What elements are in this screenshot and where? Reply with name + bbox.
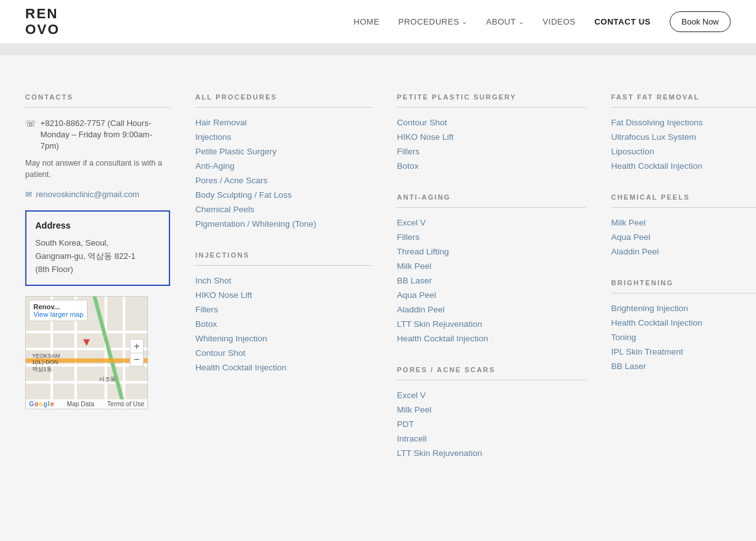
map-popup: Renov... View larger map (29, 300, 88, 321)
chemical-peels-title: CHEMICAL PEELS (611, 193, 756, 201)
pp-link-contour[interactable]: Contour Shot (397, 118, 586, 127)
br-link-toning[interactable]: Toning (611, 333, 756, 342)
inj-link-health-cocktail[interactable]: Health Cocktail Injection (195, 363, 372, 372)
aa-link-aqua-peel[interactable]: Aqua Peel (397, 290, 586, 300)
br-link-brightening-inj[interactable]: Brightening Injection (611, 304, 756, 313)
aa-link-thread[interactable]: Thread Lifting (397, 247, 586, 256)
inj-link-inch-shot[interactable]: Inch Shot (195, 276, 372, 285)
logo[interactable]: REN OVO (25, 6, 60, 37)
pa-link-excel-v[interactable]: Excel V (397, 390, 586, 400)
map-pin: ▼ (81, 335, 93, 348)
nav-videos[interactable]: VIDEOS (542, 17, 575, 26)
main-nav: HOME PROCEDURES ⌄ ABOUT ⌄ VIDEOS CONTACT… (353, 11, 731, 32)
address-box: Address South Korea, Seoul,Gangnam-gu, 역… (25, 210, 170, 286)
proc-link-chemical-peels[interactable]: Chemical Peels (195, 205, 372, 214)
ff-link-fat-dissolving[interactable]: Fat Dissolving Injections (611, 118, 756, 127)
cp-link-aqua-peel[interactable]: Aqua Peel (611, 232, 756, 242)
cp-link-milk-peel[interactable]: Milk Peel (611, 218, 756, 227)
cp-link-aladdin-peel[interactable]: Aladdin Peel (611, 247, 756, 256)
chevron-down-icon: ⌄ (462, 18, 467, 25)
address-text: South Korea, Seoul,Gangnam-gu, 역삼동 822-1… (35, 237, 160, 276)
email-icon: ✉ (25, 190, 32, 199)
address-title: Address (35, 220, 160, 231)
inj-link-hiko[interactable]: HIKO Nose Lift (195, 290, 372, 300)
procedures-injections-column: ALL PROCEDURES Hair Removal Injections P… (195, 93, 372, 463)
proc-link-anti-aging[interactable]: Anti-Aging (195, 161, 372, 171)
map-bottom-bar: Google Map Data Terms of Use (26, 399, 147, 409)
view-larger-map-link[interactable]: View larger map (33, 310, 83, 318)
nav-home[interactable]: HOME (353, 17, 379, 26)
proc-link-pigmentation[interactable]: Pigmentation / Whitening (Tone) (195, 219, 372, 229)
br-link-ipl[interactable]: IPL Skin Treatment (611, 347, 756, 356)
nav-about[interactable]: ABOUT ⌄ (486, 17, 524, 26)
map-zoom-in[interactable]: + (130, 339, 144, 353)
aa-link-ltt[interactable]: LTT Skin Rejuvenation (397, 319, 586, 329)
br-link-bb-laser[interactable]: BB Laser (611, 362, 756, 371)
map-zoom-controls[interactable]: + − (130, 339, 144, 367)
map-zoom-out[interactable]: − (130, 353, 144, 367)
proc-link-hair-removal[interactable]: Hair Removal (195, 118, 372, 127)
fat-peels-brightening-column: FAST FAT REMOVAL Fat Dissolving Injectio… (611, 93, 756, 463)
aa-link-aladdin[interactable]: Aladdin Peel (397, 305, 586, 314)
br-link-health-cocktail[interactable]: Health Cocktail Injection (611, 318, 756, 327)
pores-title: PORES / ACNE SCARS (397, 366, 586, 373)
pa-link-milk-peel[interactable]: Milk Peel (397, 405, 586, 414)
all-procedures-title: ALL PROCEDURES (195, 93, 372, 101)
proc-link-body-sculpting[interactable]: Body Sculpting / Fat Loss (195, 190, 372, 200)
aa-link-fillers[interactable]: Fillers (397, 232, 586, 242)
fast-fat-title: FAST FAT REMOVAL (611, 93, 756, 101)
pp-link-hiko[interactable]: HIKO Nose Lift (397, 132, 586, 142)
pa-link-intracell[interactable]: Intracell (397, 434, 586, 443)
ff-link-liposuction[interactable]: Liposuction (611, 147, 756, 156)
phone-row: ☏ +8210-8862-7757 (Call Hours-Monday – F… (25, 118, 170, 152)
nav-contact[interactable]: CONTACT US (594, 17, 650, 26)
contacts-title: CONTACTS (25, 93, 170, 101)
pa-link-pdt[interactable]: PDT (397, 419, 586, 429)
aa-link-health-cocktail[interactable]: Health Cocktail Injection (397, 334, 586, 343)
injections-title: INJECTIONS (195, 251, 372, 259)
proc-link-petite[interactable]: Petite Plastic Surgery (195, 147, 372, 156)
nav-procedures[interactable]: PROCEDURES ⌄ (398, 17, 467, 26)
book-now-button[interactable]: Book Now (670, 11, 731, 32)
phone-icon: ☏ (25, 118, 37, 128)
aa-link-excel-v[interactable]: Excel V (397, 218, 586, 227)
map-widget[interactable]: 1(IL)-DONG YEOKSAM1(IL)-DON역삼1동 서조동 ▼ Re… (25, 296, 148, 409)
pp-link-botox[interactable]: Botox (397, 161, 586, 171)
inj-link-contour[interactable]: Contour Shot (195, 348, 372, 358)
brightening-title: BRIGHTENING (611, 279, 756, 287)
petite-plastic-title: PETITE PLASTIC SURGERY (397, 93, 586, 101)
ff-link-ultrafocus[interactable]: Ultrafocus Lux System (611, 132, 756, 142)
map-label: YEOKSAM1(IL)-DON역삼1동 (32, 353, 60, 373)
ff-link-health-cocktail[interactable]: Health Cocktail Injection (611, 161, 756, 171)
contacts-column: CONTACTS ☏ +8210-8862-7757 (Call Hours-M… (25, 93, 170, 463)
aa-link-milk-peel[interactable]: Milk Peel (397, 261, 586, 271)
proc-link-injections[interactable]: Injections (195, 132, 372, 142)
inj-link-fillers[interactable]: Fillers (195, 305, 372, 314)
petite-antiaging-pores-column: PETITE PLASTIC SURGERY Contour Shot HIKO… (397, 93, 586, 463)
inj-link-botox[interactable]: Botox (195, 319, 372, 329)
email-row[interactable]: ✉ renovoskinclinic@gmail.com (25, 190, 170, 199)
pp-link-fillers[interactable]: Fillers (397, 147, 586, 156)
google-logo: Google (29, 401, 54, 407)
proc-link-pores[interactable]: Pores / Acne Scars (195, 176, 372, 185)
inj-link-whitening[interactable]: Whitening Injection (195, 334, 372, 343)
hero-divider (0, 44, 756, 55)
map-label: 서조동 (99, 375, 116, 384)
anti-aging-title: ANTI-AGING (397, 193, 586, 201)
contact-note: May not answer if a consultant is with a… (25, 157, 170, 181)
pa-link-ltt[interactable]: LTT Skin Rejuvenation (397, 448, 586, 458)
chevron-down-icon: ⌄ (518, 18, 524, 25)
aa-link-bb-laser[interactable]: BB Laser (397, 276, 586, 285)
